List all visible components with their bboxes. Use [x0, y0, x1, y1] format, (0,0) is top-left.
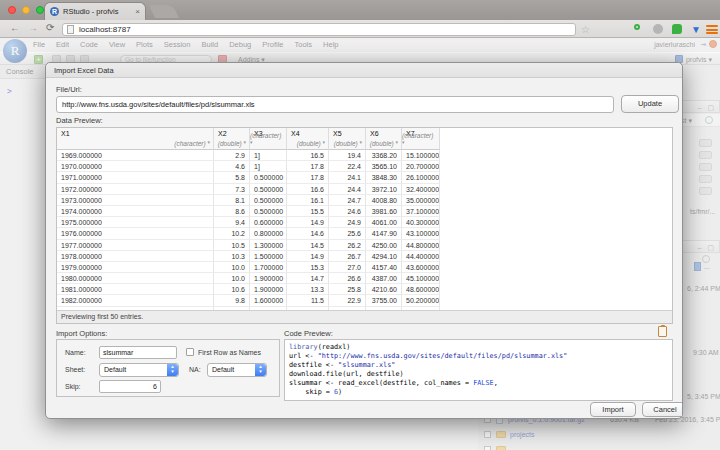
table-cell: 24.4 — [329, 184, 366, 195]
cancel-button[interactable]: Cancel — [642, 402, 683, 417]
window-minimize-button[interactable] — [22, 6, 30, 14]
column-header-x3[interactable]: X3(character) ▾ — [250, 128, 287, 150]
table-cell: 1969.000000 — [57, 150, 214, 161]
code-preview-box: library(readxl)url <- "http://www.fns.us… — [284, 339, 673, 401]
update-button[interactable]: Update — [621, 95, 679, 113]
table-cell: 2.9 — [214, 150, 250, 161]
table-cell: 14.6 — [287, 228, 329, 239]
table-cell: 40.300000 — [402, 217, 440, 228]
table-cell: 44.800000 — [402, 240, 440, 251]
file-url-label: File/Url: — [56, 85, 82, 94]
table-cell: 26.7 — [329, 251, 366, 262]
table-cell: 20.700000 — [402, 161, 440, 172]
code-line: url <- "http://www.fns.usda.gov/sites/de… — [289, 352, 668, 361]
table-cell: 0.500000 — [250, 206, 287, 217]
table-row: 1981.00000010.61.90000013.325.84210.6048… — [57, 284, 440, 295]
table-cell: 1.500000 — [250, 251, 287, 262]
table-cell: 22.9 — [329, 295, 366, 306]
table-cell: 16.6 — [287, 184, 329, 195]
code-line: download.file(url, destfile) — [289, 370, 668, 379]
table-cell: 1.900000 — [250, 273, 287, 284]
skip-input[interactable]: 6 — [99, 380, 161, 393]
back-button[interactable]: ← — [10, 22, 20, 33]
table-cell: 1.600000 — [250, 295, 287, 306]
na-select[interactable]: Default ▲▼ — [207, 363, 267, 377]
refresh-button[interactable]: ⟳ — [46, 22, 54, 33]
table-cell: 1973.000000 — [57, 195, 214, 206]
table-cell: 10.0 — [214, 262, 250, 273]
column-header-x7[interactable]: X7(character) ▾ — [402, 128, 440, 150]
table-cell: 1981.000000 — [57, 284, 214, 295]
table-row: 1975.0000009.40.60000014.924.94061.0040.… — [57, 217, 440, 228]
table-cell: 43.100000 — [402, 228, 440, 239]
bookmark-star-icon[interactable]: ☆ — [581, 24, 592, 35]
table-cell: 26.100000 — [402, 172, 440, 183]
dialog-titlebar: Import Excel Data — [46, 63, 682, 78]
table-cell: 1] — [250, 161, 287, 172]
table-cell: 3848.30 — [366, 172, 402, 183]
table-row: 1971.0000005.80.50000017.824.13848.3026.… — [57, 172, 440, 183]
url-text: localhost:8787 — [79, 25, 131, 34]
table-cell: 4061.00 — [366, 217, 402, 228]
table-cell: 4147.90 — [366, 228, 402, 239]
sheet-select[interactable]: Default ▲▼ — [99, 363, 179, 377]
window-close-button[interactable] — [8, 6, 16, 14]
import-button[interactable]: Import — [590, 402, 636, 417]
table-row: 1982.0000009.81.60000011.522.93755.0050.… — [57, 295, 440, 306]
table-cell: 15.3 — [287, 262, 329, 273]
url-omnibox[interactable]: localhost:8787 — [62, 23, 576, 36]
import-excel-dialog: Import Excel Data File/Url: http://www.f… — [45, 62, 683, 419]
table-cell: 8.1 — [214, 195, 250, 206]
extension-v-icon[interactable]: ▼ — [691, 24, 702, 35]
table-row: 1977.00000010.51.30000014.526.24250.0044… — [57, 240, 440, 251]
rstudio-favicon: R — [50, 7, 59, 16]
column-header-x2[interactable]: X2(double) ▾ — [214, 128, 250, 150]
table-cell: 4387.00 — [366, 273, 402, 284]
table-cell: 35.000000 — [402, 195, 440, 206]
extension-green-icon[interactable] — [634, 24, 640, 30]
table-cell: 0.800000 — [250, 228, 287, 239]
table-cell: 14.9 — [287, 251, 329, 262]
table-cell: 1980.000000 — [57, 273, 214, 284]
preview-table: X1(character) ▾X2(double) ▾X3(character)… — [57, 128, 440, 318]
window-zoom-button[interactable] — [36, 6, 44, 14]
table-cell: 24.9 — [329, 217, 366, 228]
table-cell: 10.3 — [214, 251, 250, 262]
table-cell: 14.5 — [287, 240, 329, 251]
table-cell: 9.8 — [214, 295, 250, 306]
copy-clipboard-icon[interactable] — [658, 326, 667, 337]
table-cell: 1.700000 — [250, 262, 287, 273]
table-cell: 4008.80 — [366, 195, 402, 206]
table-cell: 17.8 — [287, 172, 329, 183]
extension-pin-icon[interactable] — [672, 24, 682, 34]
column-header-x6[interactable]: X6(double) ▾ — [366, 128, 402, 150]
first-row-checkbox[interactable] — [186, 348, 194, 356]
stepper-icon: ▲▼ — [167, 364, 178, 376]
data-preview-label: Data Preview: — [56, 116, 103, 125]
column-header-x4[interactable]: X4(double) ▾ — [287, 128, 329, 150]
na-label: NA: — [189, 366, 201, 373]
table-row: 1979.00000010.01.70000015.327.04157.4043… — [57, 262, 440, 273]
table-cell: 1974.000000 — [57, 206, 214, 217]
table-cell: 16.1 — [287, 195, 329, 206]
table-cell: 11.5 — [287, 295, 329, 306]
table-cell: 4157.40 — [366, 262, 402, 273]
table-cell: 22.4 — [329, 161, 366, 172]
table-cell: 1976.000000 — [57, 228, 214, 239]
name-input[interactable]: slsummar — [99, 346, 177, 359]
table-cell: 26.2 — [329, 240, 366, 251]
tab-close-icon[interactable]: × — [135, 7, 140, 16]
browser-menu-icon[interactable] — [706, 25, 717, 34]
table-cell: 15.100000 — [402, 150, 440, 161]
table-cell: 10.6 — [214, 284, 250, 295]
extension-gray-icon[interactable] — [653, 24, 663, 34]
column-header-x1[interactable]: X1(character) ▾ — [57, 128, 214, 150]
table-cell: 4250.00 — [366, 240, 402, 251]
table-cell: 1972.000000 — [57, 184, 214, 195]
browser-tab[interactable]: R RStudio - profvis × — [44, 2, 146, 20]
dialog-title: Import Excel Data — [54, 66, 114, 75]
new-tab-button[interactable] — [149, 5, 179, 18]
column-header-x5[interactable]: X5(double) ▾ — [329, 128, 366, 150]
forward-button[interactable]: → — [28, 22, 38, 33]
file-url-input[interactable]: http://www.fns.usda.gov/sites/default/fi… — [56, 96, 614, 113]
